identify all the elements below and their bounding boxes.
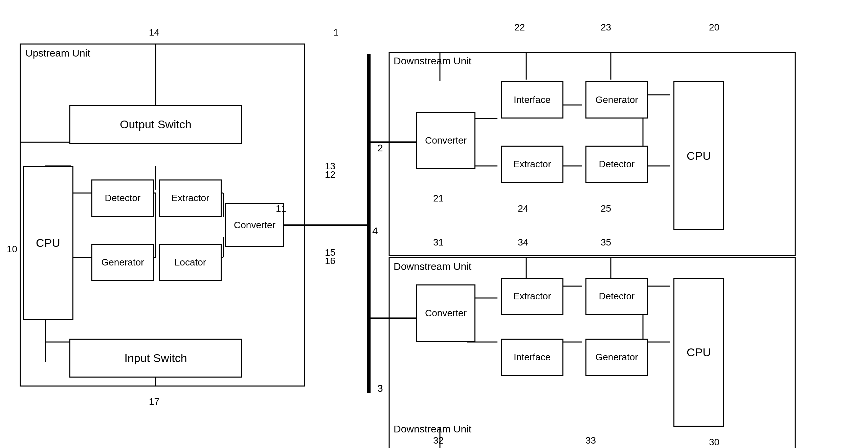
- upstream-converter-box: Converter: [225, 203, 284, 247]
- downstream2-unit-label-bottom: Downstream Unit: [394, 423, 471, 435]
- ds1-cpu-box: CPU: [673, 81, 724, 230]
- ds2-generator-box: Generator: [585, 339, 648, 376]
- ds1-generator-box: Generator: [585, 81, 648, 119]
- ref-33: 33: [585, 435, 596, 446]
- ref-23: 23: [601, 22, 611, 33]
- upstream-extractor-box: Extractor: [159, 179, 222, 217]
- ds2-converter-box: Converter: [416, 284, 475, 342]
- ref-20: 20: [709, 22, 719, 33]
- upstream-generator-box: Generator: [91, 244, 154, 281]
- ref-3: 3: [377, 383, 383, 394]
- downstream1-unit-label: Downstream Unit: [394, 55, 471, 67]
- ref-31: 31: [433, 237, 444, 248]
- diagram: Upstream Unit Output Switch CPU Detector…: [0, 0, 868, 448]
- upstream-unit-label: Upstream Unit: [25, 47, 90, 59]
- ref-24: 24: [518, 203, 528, 214]
- ref-14: 14: [149, 27, 159, 38]
- downstream2-unit-label-top: Downstream Unit: [394, 261, 471, 272]
- ds1-converter-box: Converter: [416, 112, 475, 169]
- ds2-detector-box: Detector: [585, 278, 648, 315]
- ref-2: 2: [377, 142, 383, 154]
- upstream-cpu-box: CPU: [23, 166, 73, 320]
- ref-34: 34: [518, 237, 528, 248]
- ref-13: 13: [325, 161, 335, 172]
- ref-11: 11: [276, 203, 286, 214]
- connection-lines: [0, 0, 868, 448]
- ds1-interface-box: Interface: [501, 81, 563, 119]
- ref-4: 4: [372, 225, 378, 237]
- ref-17: 17: [149, 396, 159, 407]
- ref-16: 16: [325, 256, 335, 266]
- ref-22: 22: [514, 22, 525, 33]
- ref-25: 25: [601, 203, 611, 214]
- ref-1: 1: [333, 27, 339, 38]
- input-switch-box: Input Switch: [69, 339, 242, 378]
- ref-32: 32: [433, 435, 444, 446]
- ref-10: 10: [7, 244, 17, 255]
- ds1-extractor-box: Extractor: [501, 146, 563, 183]
- ds2-extractor-box: Extractor: [501, 278, 563, 315]
- ds1-detector-box: Detector: [585, 146, 648, 183]
- upstream-detector-box: Detector: [91, 179, 154, 217]
- ref-35: 35: [601, 237, 611, 248]
- output-switch-box: Output Switch: [69, 105, 242, 144]
- upstream-locator-box: Locator: [159, 244, 222, 281]
- ref-21: 21: [433, 193, 444, 204]
- ds2-cpu-box: CPU: [673, 278, 724, 427]
- ds2-interface-box: Interface: [501, 339, 563, 376]
- ref-30: 30: [709, 437, 719, 448]
